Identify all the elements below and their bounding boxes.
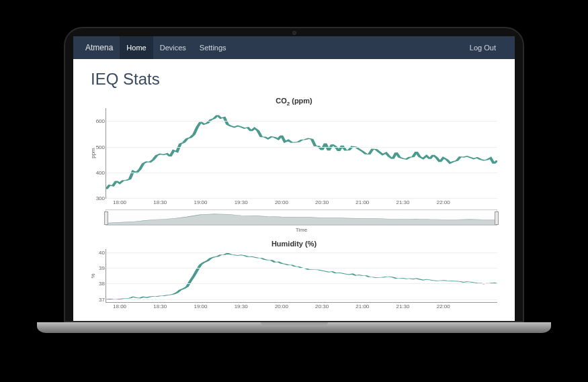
nav-devices[interactable]: Devices	[153, 36, 193, 59]
x-tick: 21:30	[396, 199, 410, 205]
y-tick: 39	[99, 265, 105, 271]
laptop-frame: Atmena Home Devices Settings Log Out IEQ…	[64, 27, 524, 322]
x-tick: 20:00	[275, 199, 288, 205]
chart-humidity-plot[interactable]: % 37383940 18:0018:3019:0019:3020:0020:3…	[106, 249, 497, 303]
chart-co2-xlabel: Time	[106, 227, 497, 233]
navbar: Atmena Home Devices Settings Log Out	[73, 36, 515, 59]
x-tick: 20:00	[275, 303, 288, 309]
range-handle-right[interactable]	[495, 211, 499, 225]
x-tick: 21:00	[355, 199, 369, 205]
y-tick: 400	[96, 169, 105, 175]
brand[interactable]: Atmena	[85, 43, 113, 52]
x-tick: 19:30	[235, 303, 248, 309]
x-tick: 19:00	[194, 199, 207, 205]
x-tick: 18:00	[113, 303, 126, 309]
range-handle-left[interactable]	[104, 211, 108, 225]
chart-humidity-title: Humidity (%)	[91, 240, 497, 248]
chart-co2-plot[interactable]: ppm 300400500600 18:0018:3019:0019:3020:…	[106, 108, 497, 199]
x-tick: 20:30	[315, 303, 329, 309]
content: IEQ Stats CO2 (ppm) ppm 300400500600 18:…	[73, 59, 515, 320]
svg-marker-0	[106, 214, 497, 225]
x-tick: 21:30	[396, 303, 410, 309]
nav-home[interactable]: Home	[120, 36, 153, 59]
laptop-base	[37, 322, 551, 333]
y-tick: 300	[96, 195, 105, 201]
camera-dot	[292, 31, 296, 35]
nav-settings[interactable]: Settings	[193, 36, 233, 59]
y-tick: 600	[96, 118, 105, 124]
nav-logout[interactable]: Log Out	[463, 36, 503, 59]
y-tick: 500	[96, 144, 105, 150]
x-tick: 18:30	[153, 303, 167, 309]
laptop-shadow	[81, 334, 507, 348]
chart-co2-range-navigator[interactable]	[106, 209, 497, 226]
x-tick: 21:00	[355, 303, 369, 309]
x-tick: 22:00	[437, 303, 450, 309]
chart-co2: CO2 (ppm) ppm 300400500600 18:0018:3019:…	[91, 97, 497, 233]
x-tick: 18:00	[113, 199, 126, 205]
screen: Atmena Home Devices Settings Log Out IEQ…	[73, 36, 515, 321]
x-tick: 19:30	[235, 199, 248, 205]
x-tick: 19:00	[194, 303, 207, 309]
x-tick: 18:30	[153, 199, 167, 205]
y-tick: 38	[99, 281, 105, 287]
chart-humidity: Humidity (%) % 37383940 18:0018:3019:001…	[91, 240, 497, 303]
y-tick: 37	[99, 296, 105, 302]
chart-co2-title: CO2 (ppm)	[91, 97, 497, 107]
y-tick: 40	[99, 249, 105, 255]
x-tick: 20:30	[315, 199, 329, 205]
x-tick: 22:00	[437, 199, 450, 205]
page-title: IEQ Stats	[91, 70, 497, 89]
